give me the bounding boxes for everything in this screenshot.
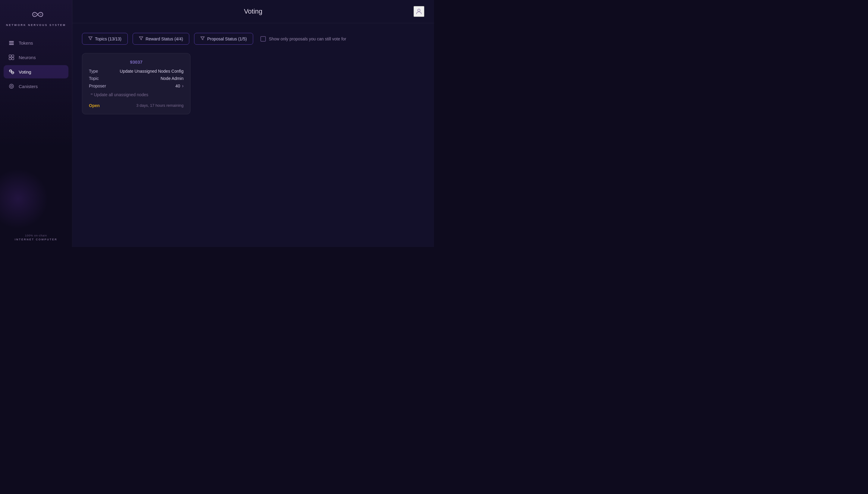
filter-bar: Topics (13/13) Reward Status (4/4) Propo… [82,33,425,45]
sidebar-nav: Tokens Neurons [0,34,72,228]
sidebar-footer: 100% on-chain INTERNET COMPUTER [0,228,72,247]
proposal-id: 93037 [89,59,183,64]
svg-rect-5 [9,55,11,57]
sidebar-item-canisters[interactable]: Canisters [4,80,68,93]
topics-filter-label: Topics (13/13) [95,37,121,41]
quote-mark-icon: " [91,93,93,99]
canisters-label: Canisters [19,84,38,89]
chevron-right-icon: › [182,83,183,89]
type-label: Type [89,69,98,74]
proposal-card[interactable]: 93037 Type Update Unassigned Nodes Confi… [82,53,191,114]
filter-icon-topics [88,36,93,41]
topic-value: Node Admin [161,76,183,81]
page-title: Voting [93,7,414,15]
svg-point-0 [34,14,35,15]
svg-rect-3 [9,42,14,43]
topics-filter-btn[interactable]: Topics (13/13) [82,33,128,45]
proposal-status: Open [89,103,100,108]
proposal-topic-row: Topic Node Admin [89,76,183,81]
svg-rect-7 [9,58,11,60]
user-button[interactable] [414,6,425,17]
svg-point-13 [9,84,14,88]
reward-status-filter-label: Reward Status (4/4) [145,37,183,41]
tokens-icon [8,40,15,46]
infinity-icon [28,10,44,20]
svg-point-14 [11,86,12,87]
filter-icon-proposal [200,36,205,41]
show-votable-checkbox[interactable] [260,36,266,42]
filter-icon-reward [139,36,143,41]
svg-point-15 [418,9,420,12]
proposer-value: 40 › [175,83,183,89]
logo-text: NETWORK NERVOUS SYSTEM [6,23,66,26]
sidebar-logo: NETWORK NERVOUS SYSTEM [0,0,72,34]
proposal-proposer-row: Proposer 40 › [89,83,183,89]
reward-status-filter-btn[interactable]: Reward Status (4/4) [133,33,190,45]
voting-label: Voting [19,69,31,75]
neurons-icon [8,54,15,60]
type-value: Update Unassigned Nodes Config [120,69,183,74]
show-votable-area: Show only proposals you can still vote f… [260,36,346,42]
time-remaining: 3 days, 17 hours remaining [136,103,183,108]
proposals-grid: 93037 Type Update Unassigned Nodes Confi… [82,53,425,114]
content-area: Topics (13/13) Reward Status (4/4) Propo… [72,23,434,247]
proposer-label: Proposer [89,83,106,88]
svg-rect-4 [9,44,14,45]
sidebar: NETWORK NERVOUS SYSTEM Tokens [0,0,72,247]
svg-point-1 [40,14,41,15]
footer-line1: 100% on-chain [6,234,66,237]
sidebar-item-voting[interactable]: Voting [4,65,68,78]
voting-icon [8,69,15,75]
svg-rect-8 [12,58,14,60]
proposal-status-filter-label: Proposal Status (1/5) [207,37,247,41]
main-content: Voting Topics (13/13) [72,0,434,247]
svg-rect-6 [12,55,14,57]
topbar: Voting [72,0,434,23]
proposal-summary: "Update all unassigned nodes [89,92,183,99]
footer-line2: INTERNET COMPUTER [6,238,66,241]
sidebar-item-tokens[interactable]: Tokens [4,36,68,50]
proposal-status-filter-btn[interactable]: Proposal Status (1/5) [194,33,253,45]
canisters-icon [8,83,15,89]
proposal-type-row: Type Update Unassigned Nodes Config [89,69,183,74]
proposal-footer: Open 3 days, 17 hours remaining [89,103,183,108]
topic-label: Topic [89,76,99,81]
svg-rect-2 [9,41,14,42]
show-votable-label: Show only proposals you can still vote f… [269,37,346,41]
tokens-label: Tokens [19,40,33,45]
sidebar-item-neurons[interactable]: Neurons [4,51,68,64]
neurons-label: Neurons [19,55,36,60]
